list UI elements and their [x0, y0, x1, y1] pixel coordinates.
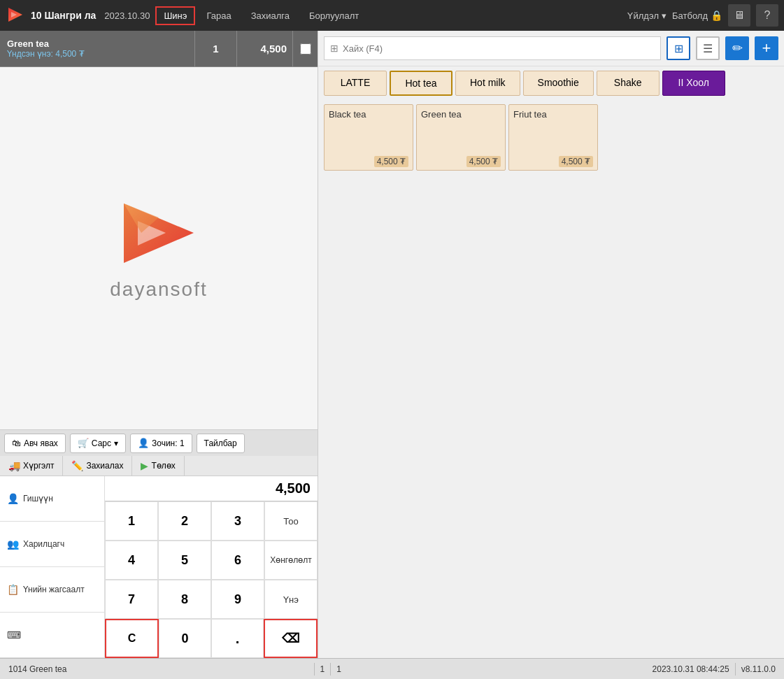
main-layout: Green tea Үндсэн үнэ: 4,500 ₮ 1 4,500 — [0, 31, 784, 658]
dayansoft-logo-text: dayansoft — [110, 278, 207, 301]
tab-toloo[interactable]: ▶ Төлөх — [132, 456, 184, 476]
numpad-row-2: 4 5 6 Хөнгөлөлт — [105, 541, 318, 580]
dayansoft-logo-icon — [117, 196, 201, 270]
nav-item-zahialga[interactable]: Захиалга — [243, 6, 298, 25]
numpad-row-3: 7 8 9 Үнэ — [105, 580, 318, 619]
nav-item-borluulalt[interactable]: Борлуулалт — [301, 6, 367, 25]
numpad-area: 👤 Гишүүн 👥 Харилцагч 📋 Үнийн жагсаалт ⌨ — [0, 476, 318, 658]
key-7[interactable]: 7 — [105, 580, 158, 619]
plus-icon: + — [762, 39, 771, 57]
product-name-friut-tea: Friut tea — [513, 109, 593, 120]
key-dot[interactable]: . — [211, 619, 264, 658]
customer-label[interactable]: 👥 Харилцагч — [0, 522, 105, 567]
product-black-tea[interactable]: Black tea 4,500 ₮ — [324, 104, 413, 171]
cat-ii-hool[interactable]: II Хоол — [662, 71, 725, 96]
cat-hot-tea[interactable]: Hot tea — [390, 71, 452, 96]
help-button[interactable]: ? — [756, 4, 778, 27]
add-button[interactable]: + — [755, 36, 778, 60]
key-1[interactable]: 1 — [105, 501, 158, 541]
list-icon: ☰ — [703, 42, 713, 55]
key-0[interactable]: 0 — [159, 619, 211, 658]
guest-count-button[interactable]: 👤 Зочин: 1 — [130, 434, 192, 453]
keyboard-label[interactable]: ⌨ — [0, 613, 105, 658]
grid-icon: ⊞ — [674, 42, 683, 55]
numpad-row-1: 1 2 3 Тоо — [105, 501, 318, 541]
category-tabs: LATTE Hot tea Hot milk Smoothie Shake II… — [318, 66, 784, 100]
key-too[interactable]: Тоо — [264, 501, 318, 541]
product-name-green-tea: Green tea — [421, 109, 501, 120]
pencil-icon: ✏ — [732, 41, 743, 56]
status-count: 1 — [336, 664, 341, 674]
key-4[interactable]: 4 — [105, 541, 158, 580]
pencil-icon: ✏️ — [71, 460, 83, 471]
tailbar-button[interactable]: Тайлбар — [197, 434, 245, 453]
member-label[interactable]: 👤 Гишүүн — [0, 476, 105, 522]
status-item-name: 1014 Green tea — [8, 664, 308, 674]
grid-view-button[interactable]: ⊞ — [667, 36, 690, 60]
numpad-display: 4,500 — [105, 476, 318, 501]
truck-icon: 🚚 — [8, 460, 20, 471]
keyboard-icon: ⌨ — [7, 629, 21, 641]
product-green-tea[interactable]: Green tea 4,500 ₮ — [416, 104, 506, 171]
status-divider-1 — [314, 663, 315, 676]
order-qty: 1 — [194, 31, 236, 66]
product-price-friut-tea: 4,500 ₮ — [559, 156, 593, 167]
order-price-label: Үндсэн үнэ: 4,500 ₮ — [7, 49, 187, 59]
avch-yavah-button[interactable]: 🛍 Авч явах — [4, 434, 66, 453]
list-view-button[interactable]: ☰ — [696, 36, 720, 60]
search-input-wrap[interactable]: ⊞ — [324, 36, 661, 60]
uildel-button[interactable]: Үйлдэл ▾ — [627, 10, 667, 21]
key-backspace[interactable]: ⌫ — [264, 619, 318, 658]
cart-icon: 🛒 — [78, 438, 89, 448]
product-price-green-tea: 4,500 ₮ — [466, 156, 501, 167]
key-hongololt[interactable]: Хөнгөлөлт — [264, 541, 318, 580]
left-panel: Green tea Үндсэн үнэ: 4,500 ₮ 1 4,500 — [0, 31, 318, 658]
order-checkbox-area[interactable] — [292, 31, 318, 66]
cat-latte[interactable]: LATTE — [324, 71, 387, 96]
order-checkbox[interactable] — [300, 43, 311, 55]
key-une[interactable]: Үнэ — [264, 580, 318, 619]
key-3[interactable]: 3 — [211, 501, 264, 541]
status-datetime: 2023.10.31 08:44:25 — [653, 664, 729, 674]
edit-button[interactable]: ✏ — [725, 36, 749, 60]
status-version: v8.11.0.0 — [741, 664, 776, 674]
order-total: 4,500 — [236, 31, 292, 66]
numpad-keys-area: 4,500 1 2 3 Тоо 4 5 6 Хөнгөлөлт 7 — [105, 476, 318, 658]
key-9[interactable]: 9 — [211, 580, 264, 619]
pricelist-label[interactable]: 📋 Үнийн жагсаалт — [0, 567, 105, 613]
numpad-tabs: 🚚 Хүргэлт ✏️ Захиалах ▶ Төлөх — [0, 456, 318, 476]
key-clear[interactable]: C — [105, 619, 159, 658]
cat-shake[interactable]: Shake — [597, 71, 660, 96]
pricelist-icon: 📋 — [7, 584, 19, 595]
member-icon: 👤 — [7, 493, 19, 504]
tab-zahialah[interactable]: ✏️ Захиалах — [63, 456, 132, 476]
search-bar: ⊞ ⊞ ☰ ✏ + — [318, 31, 784, 66]
nav-date: 2023.10.30 — [104, 10, 150, 21]
key-5[interactable]: 5 — [158, 541, 211, 580]
product-grid: Black tea 4,500 ₮ Green tea 4,500 ₮ Friu… — [318, 100, 784, 175]
numpad-side-labels: 👤 Гишүүн 👥 Харилцагч 📋 Үнийн жагсаалт ⌨ — [0, 476, 105, 658]
bag-icon: 🛍 — [12, 438, 21, 448]
monitor-button[interactable]: 🖥 — [728, 4, 750, 27]
order-row: Green tea Үндсэн үнэ: 4,500 ₮ 1 4,500 — [0, 31, 318, 67]
cat-smoothie[interactable]: Smoothie — [523, 71, 594, 96]
right-panel: ⊞ ⊞ ☰ ✏ + LATTE Hot tea Hot milk Smoothi… — [318, 31, 784, 658]
status-bar: 1014 Green tea 1 1 2023.10.31 08:44:25 v… — [0, 658, 784, 679]
sarc-button[interactable]: 🛒 Сарс ▾ — [70, 434, 126, 453]
status-qty: 1 — [320, 664, 325, 674]
top-navigation: 10 Шангри ла 2023.10.30 Шинэ Гараа Захиа… — [0, 0, 784, 31]
nav-item-haraa[interactable]: Гараа — [198, 6, 239, 25]
user-button[interactable]: Батболд 🔒 — [672, 10, 722, 21]
tab-hurgelt[interactable]: 🚚 Хүргэлт — [0, 456, 63, 476]
key-6[interactable]: 6 — [211, 541, 264, 580]
order-item-name: Green tea — [7, 38, 187, 49]
search-input[interactable] — [343, 43, 655, 54]
key-2[interactable]: 2 — [158, 501, 211, 541]
key-8[interactable]: 8 — [158, 580, 211, 619]
product-friut-tea[interactable]: Friut tea 4,500 ₮ — [508, 104, 598, 171]
cat-hot-milk[interactable]: Hot milk — [455, 71, 520, 96]
nav-item-shine[interactable]: Шинэ — [155, 6, 195, 25]
product-price-black-tea: 4,500 ₮ — [374, 156, 408, 167]
numpad-row-4: C 0 . ⌫ — [105, 619, 318, 658]
play-icon: ▶ — [141, 460, 148, 471]
